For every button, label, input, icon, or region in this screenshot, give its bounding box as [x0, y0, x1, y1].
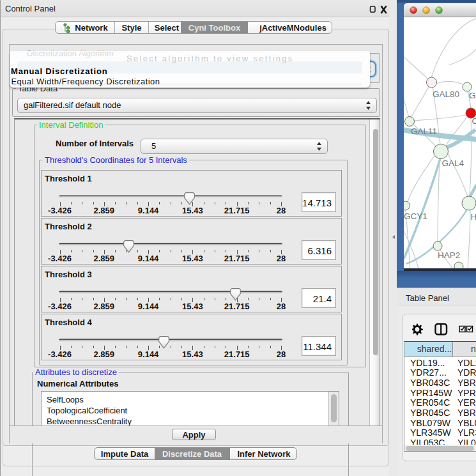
- svg-text:GAL4: GAL4: [442, 158, 464, 168]
- svg-text:CY: CY: [472, 116, 476, 126]
- svg-text:HA: HA: [471, 212, 476, 222]
- svg-text:GAL11: GAL11: [411, 127, 437, 136]
- svg-text:HAP2: HAP2: [438, 250, 460, 260]
- svg-text:GAL80: GAL80: [433, 89, 459, 99]
- svg-text:GAL: GAL: [469, 91, 476, 100]
- svg-text:GCY1: GCY1: [404, 211, 427, 221]
